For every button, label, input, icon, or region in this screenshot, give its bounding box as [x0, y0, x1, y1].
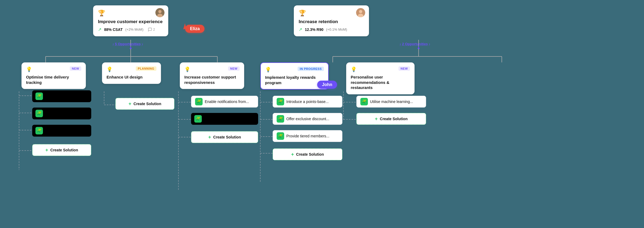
- opp2-create-plus: +: [129, 101, 131, 107]
- opp2-bulb: 💡: [107, 66, 112, 72]
- goal2-metric: ↗ 12.3% R90 (+0.1% MoM): [299, 27, 364, 32]
- opp3-solution-2[interactable]: 🧩: [191, 113, 258, 125]
- opp2-title: Enhance UI design: [107, 74, 156, 80]
- opp1-sol3-icon: 🧩: [35, 127, 43, 134]
- opp1-header: 💡 NEW: [26, 66, 81, 72]
- canvas: 🏆 Improve customer experience ↗ 88% CSAT…: [0, 0, 644, 228]
- opp4-bulb: 💡: [265, 67, 271, 73]
- goal-card-2: 🏆 Increase retention ↗ 12.3% R90 (+0.1% …: [294, 5, 369, 36]
- opp5-title: Personalise user recommendations & resta…: [351, 74, 410, 90]
- opp5-solution-1[interactable]: 🧩 Utilise machine learning...: [356, 96, 426, 108]
- opp1-create-solution[interactable]: + Create Solution: [32, 144, 91, 156]
- opp5-create-plus: +: [375, 116, 378, 122]
- opp1-create-plus: +: [45, 147, 48, 153]
- opp4-title: Implement loyalty rewards program: [265, 75, 324, 85]
- opp-card-3: 💡 NEW Increase customer support responsi…: [180, 62, 244, 89]
- opp3-solution-1[interactable]: 🧩 Enable notifications from...: [191, 96, 258, 108]
- opp-label-goal2[interactable]: ‹ 2 Opportunities ›: [400, 42, 430, 46]
- eliza-name: Eliza: [190, 26, 200, 31]
- goal1-avatar: [155, 8, 164, 17]
- opp3-create-label: Create Solution: [213, 135, 241, 139]
- opp4-create-label: Create Solution: [296, 152, 324, 156]
- opp5-header: 💡 NEW: [351, 66, 410, 72]
- svg-point-34: [359, 10, 362, 13]
- opp4-create-solution[interactable]: + Create Solution: [273, 148, 342, 160]
- john-name: John: [322, 82, 332, 87]
- opp4-solution-3[interactable]: 🧩 Provide tiered members...: [273, 130, 342, 142]
- opp1-bulb: 💡: [26, 66, 32, 72]
- opp1-sol1-icon: 🧩: [35, 92, 43, 100]
- opp5-create-solution[interactable]: + Create Solution: [356, 113, 426, 125]
- opp2-badge: PLANNING: [136, 66, 156, 71]
- opp3-title: Increase customer support responsiveness: [184, 74, 240, 85]
- eliza-pill: Eliza: [185, 25, 204, 33]
- opp5-create-label: Create Solution: [380, 117, 408, 121]
- opp1-badge: NEW: [70, 66, 81, 71]
- opp-label-goal1-chevron-right: ›: [142, 42, 143, 46]
- goal1-trophy: 🏆: [98, 10, 163, 17]
- goal1-comments: 2: [148, 27, 155, 32]
- goal2-title: Increase retention: [299, 19, 364, 25]
- opp4-sol1-icon: 🧩: [277, 98, 284, 105]
- opp4-header: 💡 IN PROGRESS: [265, 67, 324, 73]
- opp1-solution-1[interactable]: 🧩: [32, 90, 91, 102]
- goal2-trophy: 🏆: [299, 10, 364, 17]
- goal1-title: Improve customer experience: [98, 19, 163, 25]
- goal1-metric: ↗ 88% CSAT (+2% MoM) 2: [98, 27, 163, 32]
- opp4-sol2-text: Offer exclusive discount...: [286, 117, 329, 121]
- opp2-header: 💡 PLANNING: [107, 66, 156, 72]
- opp4-create-plus: +: [291, 152, 294, 157]
- opp3-sol1-icon: 🧩: [195, 98, 203, 105]
- opp4-sol1-text: Introduce a points-base...: [286, 99, 329, 104]
- opp-label-goal1[interactable]: ‹ 5 Opportunities ›: [113, 42, 143, 46]
- opp4-badge: IN PROGRESS: [298, 67, 324, 71]
- svg-point-31: [158, 10, 162, 13]
- goal2-arrow: ↗: [299, 27, 302, 32]
- opp4-solution-1[interactable]: 🧩 Introduce a points-base...: [273, 96, 342, 108]
- opp-label-goal2-chevron-left: ‹: [400, 42, 401, 46]
- opp1-solution-3[interactable]: 🧩: [32, 125, 91, 137]
- opp-label-goal1-chevron-left: ‹: [113, 42, 114, 46]
- opp3-badge: NEW: [228, 66, 240, 71]
- goal2-change: (+0.1% MoM): [326, 27, 347, 31]
- opp1-create-label: Create Solution: [50, 148, 78, 152]
- opp5-sol1-icon: 🧩: [360, 98, 368, 105]
- opp4-sol3-icon: 🧩: [277, 132, 284, 140]
- john-pill: John: [317, 81, 337, 89]
- opp-card-1: 💡 NEW Optimise time delivery tracking: [21, 62, 86, 89]
- opp-card-5: 💡 NEW Personalise user recommendations &…: [346, 62, 415, 94]
- goal2-value: 12.3% R90: [305, 27, 323, 32]
- opp5-badge: NEW: [398, 66, 410, 71]
- opp1-solution-2[interactable]: 🧩: [32, 108, 91, 119]
- opp1-sol2-icon: 🧩: [35, 110, 43, 117]
- opp2-create-solution[interactable]: + Create Solution: [115, 98, 174, 110]
- goal1-arrow: ↗: [98, 27, 101, 32]
- opp3-create-plus: +: [208, 134, 211, 140]
- goal1-value: 88% CSAT: [104, 27, 123, 32]
- opp3-sol1-text: Enable notifications from...: [205, 99, 249, 104]
- opp-label-goal2-chevron-right: ›: [429, 42, 430, 46]
- goal2-avatar: [356, 8, 365, 17]
- opp3-create-solution[interactable]: + Create Solution: [191, 131, 258, 143]
- opp3-bulb: 💡: [184, 66, 190, 72]
- opp-label-goal1-text: 5 Opportunities: [115, 42, 141, 46]
- goal-card-1: 🏆 Improve customer experience ↗ 88% CSAT…: [93, 5, 168, 36]
- svg-marker-28: [130, 46, 132, 49]
- opp3-sol2-icon: 🧩: [194, 115, 202, 123]
- opp5-sol1-text: Utilise machine learning...: [370, 99, 413, 104]
- opp2-create-label: Create Solution: [134, 102, 161, 106]
- opp-label-goal2-text: 2 Opportunities: [402, 42, 428, 46]
- goal1-change: (+2% MoM): [125, 27, 144, 31]
- opp3-header: 💡 NEW: [184, 66, 240, 72]
- opp5-bulb: 💡: [351, 66, 357, 72]
- opp4-solution-2[interactable]: 🧩 Offer exclusive discount...: [273, 113, 342, 125]
- opp1-title: Optimise time delivery tracking: [26, 74, 81, 85]
- opp-card-2: 💡 PLANNING Enhance UI design: [102, 62, 161, 84]
- svg-marker-29: [418, 46, 420, 49]
- opp4-sol2-icon: 🧩: [277, 115, 284, 123]
- opp4-sol3-text: Provide tiered members...: [286, 134, 329, 138]
